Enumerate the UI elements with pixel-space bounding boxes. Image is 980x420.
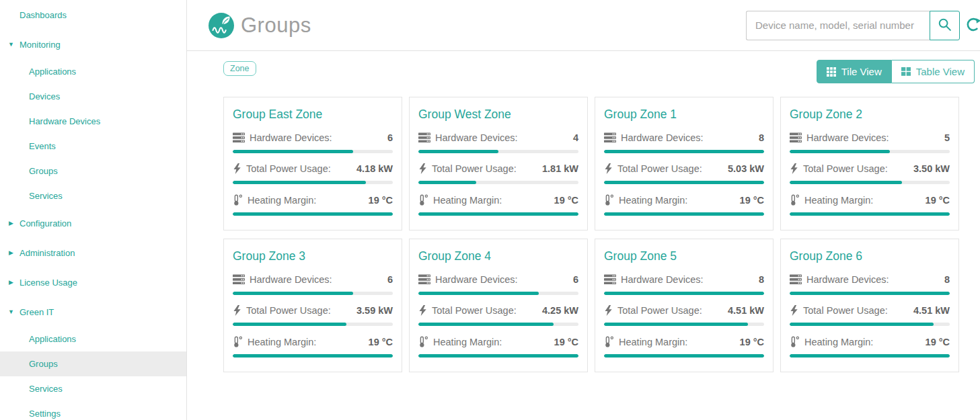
sidebar-item-services[interactable]: Services: [0, 183, 186, 208]
sidebar-item-applications[interactable]: Applications: [0, 59, 186, 84]
hardware-devices-label: Hardware Devices:: [250, 132, 332, 143]
table-view-label: Table View: [916, 66, 965, 77]
heating-margin-value: 19 °C: [369, 337, 393, 347]
group-name-link[interactable]: Group West Zone: [418, 107, 578, 122]
group-name-link[interactable]: Group Zone 3: [233, 249, 393, 263]
total-power-usage-value: 1.81 kW: [542, 163, 578, 174]
total-power-usage-label: Total Power Usage:: [432, 163, 517, 174]
metric-hardware-devices: Hardware Devices: 8: [790, 274, 950, 295]
hardware-devices-progress-bar: [604, 150, 764, 153]
metric-hardware-devices: Hardware Devices: 5: [790, 132, 950, 153]
metric-hardware-devices: Hardware Devices: 8: [604, 132, 764, 153]
metric-heating-margin: Heating Margin: 19 °C: [233, 194, 393, 216]
heating-margin-value: 19 °C: [554, 337, 578, 347]
search-input[interactable]: [746, 11, 930, 40]
hardware-devices-value: 6: [387, 274, 393, 285]
tile-view-button[interactable]: Tile View: [817, 60, 892, 83]
tile-grid-icon: [827, 67, 836, 77]
hardware-devices-label: Hardware Devices:: [806, 274, 889, 285]
total-power-usage-value: 3.50 kW: [913, 163, 950, 174]
metric-hardware-devices: Hardware Devices: 6: [233, 274, 393, 295]
heating-margin-progress-bar: [233, 354, 393, 358]
expand-arrow-icon[interactable]: ▶: [7, 279, 15, 286]
group-card[interactable]: Group Zone 1: [595, 97, 774, 230]
group-card[interactable]: Group West Zone: [409, 97, 588, 230]
hardware-devices-progress-bar: [790, 150, 950, 153]
total-power-usage-value: 4.25 kW: [542, 305, 578, 316]
group-card[interactable]: Group Zone 2: [780, 97, 959, 230]
group-card[interactable]: Group Zone 6: [780, 239, 959, 372]
group-card[interactable]: Group East Zone: [223, 97, 402, 230]
sidebar-item-configuration[interactable]: ▶ Configuration: [0, 208, 186, 238]
lightning-bolt-icon: [790, 305, 798, 316]
table-icon: [901, 67, 911, 76]
sidebar-item-hardware-devices[interactable]: Hardware Devices: [0, 109, 186, 134]
group-name-link[interactable]: Group Zone 2: [790, 107, 950, 122]
heating-margin-progress-bar: [790, 212, 950, 216]
thermometer-icon: [604, 336, 614, 347]
heating-margin-label: Heating Margin:: [248, 337, 316, 347]
hardware-devices-value: 5: [944, 132, 950, 143]
group-name-link[interactable]: Group Zone 5: [604, 249, 764, 263]
heating-margin-progress-bar: [418, 212, 578, 216]
search-area: [746, 11, 980, 40]
metric-heating-margin: Heating Margin: 19 °C: [790, 194, 950, 216]
sidebar-item-events[interactable]: Events: [0, 134, 186, 159]
sidebar-item-groups[interactable]: Groups: [0, 351, 186, 376]
lightning-bolt-icon: [233, 163, 241, 174]
server-rack-icon: [233, 274, 245, 285]
heating-margin-label: Heating Margin:: [433, 195, 502, 206]
hardware-devices-label: Hardware Devices:: [250, 274, 332, 285]
group-name-link[interactable]: Group Zone 6: [790, 249, 950, 263]
heating-margin-label: Heating Margin:: [804, 337, 873, 347]
total-power-usage-value: 5.03 kW: [728, 163, 764, 174]
sidebar-item-administration[interactable]: ▶ Administration: [0, 238, 186, 267]
group-card[interactable]: Group Zone 4: [409, 239, 588, 372]
expand-arrow-icon[interactable]: ▶: [7, 249, 15, 256]
lightning-bolt-icon: [233, 305, 241, 316]
collapse-arrow-icon[interactable]: ▼: [7, 308, 15, 315]
heating-margin-progress-bar: [604, 212, 764, 216]
sidebar-item-green-it[interactable]: ▼ Green IT: [0, 297, 186, 327]
refresh-button[interactable]: [965, 17, 980, 34]
heating-margin-progress-bar: [790, 354, 950, 358]
sidebar-item-label: Green IT: [20, 307, 54, 317]
expand-arrow-icon[interactable]: ▶: [7, 220, 15, 226]
sidebar-item-dashboards[interactable]: Dashboards: [0, 0, 186, 30]
table-view-button[interactable]: Table View: [892, 60, 975, 83]
metric-heating-margin: Heating Margin: 19 °C: [790, 336, 950, 358]
sidebar: Dashboards ▼ Monitoring Applications Dev…: [0, 0, 187, 420]
sidebar-item-devices[interactable]: Devices: [0, 84, 186, 109]
lightning-bolt-icon: [604, 305, 613, 316]
collapse-arrow-icon[interactable]: ▼: [7, 41, 15, 48]
total-power-usage-progress-bar: [604, 181, 764, 184]
sidebar-item-monitoring[interactable]: ▼ Monitoring: [0, 30, 186, 59]
sidebar-item-groups[interactable]: Groups: [0, 159, 186, 183]
group-name-link[interactable]: Group East Zone: [233, 107, 393, 122]
total-power-usage-label: Total Power Usage:: [246, 163, 331, 174]
metric-heating-margin: Heating Margin: 19 °C: [418, 194, 578, 216]
thermometer-icon: [790, 194, 800, 206]
group-name-link[interactable]: Group Zone 4: [418, 249, 578, 263]
hardware-devices-value: 6: [573, 274, 578, 285]
metric-total-power-usage: Total Power Usage: 4.25 kW: [418, 305, 578, 326]
heating-margin-value: 19 °C: [740, 337, 764, 347]
heating-margin-progress-bar: [233, 212, 393, 216]
metric-heating-margin: Heating Margin: 19 °C: [418, 336, 578, 358]
hardware-devices-value: 8: [759, 274, 764, 285]
sidebar-item-applications[interactable]: Applications: [0, 327, 186, 351]
search-button[interactable]: [930, 11, 960, 40]
sidebar-item-license-usage[interactable]: ▶ License Usage: [0, 267, 186, 297]
group-card[interactable]: Group Zone 3: [223, 239, 402, 372]
hardware-devices-label: Hardware Devices:: [435, 274, 518, 285]
metric-total-power-usage: Total Power Usage: 3.59 kW: [233, 305, 393, 326]
zone-filter-tag[interactable]: Zone: [223, 61, 256, 76]
hardware-devices-progress-bar: [233, 150, 393, 153]
main-area: Groups: [187, 0, 980, 420]
sidebar-item-label: License Usage: [20, 278, 77, 288]
group-card[interactable]: Group Zone 5: [595, 239, 774, 372]
sidebar-item-services[interactable]: Services: [0, 376, 186, 401]
group-name-link[interactable]: Group Zone 1: [604, 107, 764, 122]
group-cards-grid: Group East Zone: [223, 97, 980, 372]
sidebar-item-settings[interactable]: Settings: [0, 401, 186, 420]
